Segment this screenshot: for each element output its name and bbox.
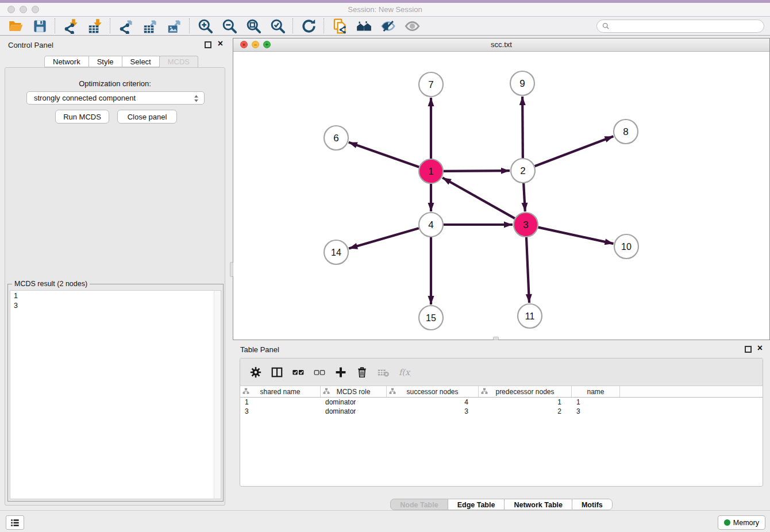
graph-edge-2-3[interactable] bbox=[523, 183, 525, 211]
tab-select[interactable]: Select bbox=[122, 56, 160, 67]
table-panel-tabs: Node TableEdge TableNetwork TableMotifs bbox=[233, 499, 770, 510]
close-icon[interactable]: × bbox=[757, 342, 763, 354]
graph-node-2[interactable]: 2 bbox=[511, 159, 535, 183]
table-row[interactable]: 1dominator411 bbox=[240, 398, 763, 407]
graph-node-label: 9 bbox=[519, 78, 525, 89]
refresh-button[interactable] bbox=[297, 17, 321, 34]
graph-node-14[interactable]: 14 bbox=[324, 240, 348, 264]
open-session-button[interactable] bbox=[3, 17, 28, 34]
column-header-successor-nodes[interactable]: successor nodes bbox=[387, 386, 479, 397]
column-header-shared-name[interactable]: shared name bbox=[240, 386, 321, 397]
column-header-name[interactable]: name bbox=[572, 386, 620, 397]
memory-status-icon bbox=[724, 519, 730, 526]
save-session-button[interactable] bbox=[28, 17, 52, 34]
table-header-row: shared nameMCDS rolesuccessor nodesprede… bbox=[240, 386, 763, 398]
import-table-button[interactable] bbox=[83, 17, 107, 34]
tab-network[interactable]: Network bbox=[44, 56, 89, 67]
graph-node-9[interactable]: 9 bbox=[510, 71, 534, 95]
table-cell[interactable]: 3 bbox=[387, 407, 479, 416]
graph-node-15[interactable]: 15 bbox=[419, 306, 443, 330]
import-table-icon bbox=[87, 18, 103, 34]
table-cell[interactable]: 1 bbox=[479, 398, 572, 407]
zoom-in-button[interactable] bbox=[193, 17, 217, 34]
delete-table-button[interactable] bbox=[372, 363, 394, 382]
mcds-result-area[interactable]: 13 bbox=[10, 290, 221, 499]
graph-node-label: 11 bbox=[525, 311, 535, 321]
zoom-out-button[interactable] bbox=[217, 17, 241, 34]
zoom-fit-button[interactable] bbox=[241, 17, 265, 34]
graph-edge-1-2[interactable] bbox=[444, 171, 510, 171]
graph-edge-3-10[interactable] bbox=[538, 228, 613, 244]
graph-edge-3-11[interactable] bbox=[526, 237, 529, 303]
tab-network-table[interactable]: Network Table bbox=[504, 499, 572, 510]
search-icon bbox=[602, 22, 610, 30]
export-table-button[interactable] bbox=[138, 17, 162, 34]
graph-node-3[interactable]: 3 bbox=[514, 213, 538, 237]
close-icon[interactable]: × bbox=[218, 38, 223, 49]
search-input[interactable] bbox=[610, 21, 759, 30]
graph-node-label: 15 bbox=[426, 313, 436, 323]
hide-columns-button[interactable] bbox=[309, 363, 330, 382]
column-header-MCDS-role[interactable]: MCDS role bbox=[321, 386, 387, 397]
graph-node-7[interactable]: 7 bbox=[419, 72, 443, 97]
scrollbar[interactable] bbox=[214, 291, 221, 499]
function-builder-button[interactable]: f(x) bbox=[394, 363, 415, 382]
hide-columns-icon bbox=[313, 366, 326, 379]
tab-mcds[interactable]: MCDS bbox=[159, 56, 198, 68]
export-image-button[interactable] bbox=[162, 17, 186, 34]
status-bar: Memory bbox=[0, 510, 770, 532]
table-cell[interactable]: 4 bbox=[387, 398, 479, 407]
table-cell[interactable]: dominator bbox=[321, 407, 387, 416]
home-view-icon bbox=[356, 18, 372, 34]
close-panel-button[interactable]: Close panel bbox=[117, 110, 177, 124]
export-network-button[interactable] bbox=[114, 17, 138, 34]
graph-edge-2-8[interactable] bbox=[535, 136, 614, 166]
graph-node-1[interactable]: 1 bbox=[419, 159, 443, 183]
add-column-button[interactable] bbox=[330, 363, 351, 382]
float-icon[interactable] bbox=[745, 346, 752, 353]
new-network-from-selection-button[interactable] bbox=[328, 17, 352, 34]
network-canvas[interactable]: 7968124314101511 bbox=[233, 51, 769, 340]
graph-edge-1-6[interactable] bbox=[349, 142, 419, 167]
table-cell[interactable]: 2 bbox=[479, 407, 572, 416]
tab-node-table[interactable]: Node Table bbox=[390, 499, 448, 510]
open-session-icon bbox=[8, 18, 24, 34]
graph-node-11[interactable]: 11 bbox=[518, 304, 542, 328]
table-cell[interactable]: 1 bbox=[572, 398, 620, 407]
graph-edge-4-14[interactable] bbox=[349, 228, 419, 248]
delete-column-button[interactable] bbox=[351, 363, 372, 382]
graph-edge-2-9[interactable] bbox=[522, 97, 523, 158]
float-icon[interactable] bbox=[205, 41, 211, 48]
table-cell[interactable]: 3 bbox=[240, 407, 321, 416]
run-mcds-button[interactable]: Run MCDS bbox=[55, 110, 109, 124]
table-row[interactable]: 3dominator323 bbox=[240, 407, 763, 416]
graph-node-8[interactable]: 8 bbox=[614, 119, 638, 144]
show-columns-button[interactable] bbox=[287, 363, 309, 382]
import-network-button[interactable] bbox=[59, 17, 83, 34]
home-view-button[interactable] bbox=[352, 17, 376, 34]
tab-style[interactable]: Style bbox=[88, 56, 122, 67]
zoom-selected-button[interactable] bbox=[265, 17, 290, 34]
refresh-icon bbox=[301, 18, 317, 34]
show-all-icon bbox=[405, 18, 420, 34]
search-box[interactable] bbox=[596, 20, 764, 33]
hide-selected-button[interactable] bbox=[376, 17, 400, 34]
table-cell[interactable]: 1 bbox=[240, 398, 321, 407]
task-history-button[interactable] bbox=[6, 515, 24, 530]
column-layout-button[interactable] bbox=[266, 363, 287, 382]
show-all-button[interactable] bbox=[400, 17, 424, 34]
criterion-dropdown[interactable]: strongly connected component bbox=[26, 91, 205, 105]
graph-node-4[interactable]: 4 bbox=[419, 213, 443, 237]
table-settings-button[interactable] bbox=[245, 363, 266, 382]
graph-node-6[interactable]: 6 bbox=[324, 126, 348, 150]
tab-motifs[interactable]: Motifs bbox=[572, 499, 613, 510]
column-header-predecessor-nodes[interactable]: predecessor nodes bbox=[479, 386, 572, 397]
panel-splitter-handle[interactable] bbox=[230, 262, 233, 277]
table-cell[interactable]: dominator bbox=[321, 398, 387, 407]
tab-edge-table[interactable]: Edge Table bbox=[448, 499, 505, 510]
graph-node-10[interactable]: 10 bbox=[614, 234, 638, 259]
table-cell[interactable]: 3 bbox=[572, 407, 620, 416]
window-splitter-handle[interactable] bbox=[493, 337, 499, 340]
memory-button[interactable]: Memory bbox=[718, 515, 765, 530]
graph-edge-3-1[interactable] bbox=[442, 178, 515, 218]
